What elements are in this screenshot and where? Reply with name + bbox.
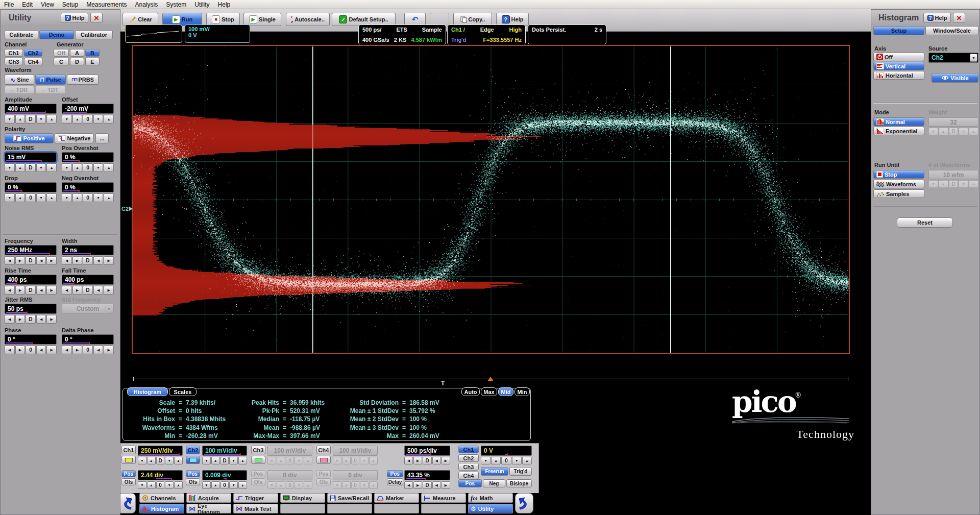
menu-system[interactable]: System: [162, 1, 190, 8]
bottom-tab-channels[interactable]: Channels: [139, 493, 184, 503]
trigger-level-value[interactable]: 0 V: [481, 446, 532, 456]
spinner-arrow-button[interactable]: ▲: [15, 163, 26, 172]
spinner-arrow-button[interactable]: ▲: [174, 481, 183, 489]
spinner-default-button[interactable]: D: [26, 315, 36, 324]
spinner-arrow-button[interactable]: ▼: [5, 115, 15, 124]
spinner-default-button[interactable]: D: [423, 457, 431, 464]
ch2-color-swatch[interactable]: [186, 456, 200, 464]
fall-time-value[interactable]: 400 ps: [62, 275, 114, 285]
ch4-scale-value[interactable]: 100 mV/div: [333, 446, 378, 456]
ch2-scale-value[interactable]: 100 mV/div: [202, 446, 247, 456]
trigger-trigd-button[interactable]: Trig'd: [509, 467, 532, 476]
spinner-default-button[interactable]: D: [220, 457, 229, 464]
channel-ch3-button[interactable]: Ch3: [5, 58, 23, 65]
generator-off-button[interactable]: Off: [54, 49, 69, 57]
spinner-arrow-button[interactable]: ▼: [93, 115, 104, 124]
spinner-arrow-button[interactable]: ◀: [5, 286, 15, 295]
generator-d-button[interactable]: D: [70, 58, 84, 65]
ch1-scale-value[interactable]: 250 mV/div: [138, 446, 183, 456]
spinner-arrow-button[interactable]: ▼: [202, 481, 211, 489]
spinner-arrow-button[interactable]: ▼: [202, 457, 211, 464]
spinner-arrow-button[interactable]: ▼: [5, 163, 15, 172]
spinner-arrow-button[interactable]: ▶: [104, 286, 114, 295]
weight-value[interactable]: 32: [928, 117, 978, 127]
spinner-default-button[interactable]: 0: [501, 457, 511, 464]
spinner-arrow-button[interactable]: ▲: [46, 193, 57, 202]
spinner-arrow-button[interactable]: ▼: [5, 193, 15, 202]
menu-setup[interactable]: Setup: [58, 1, 82, 8]
noise-rms-value[interactable]: 15 mV: [5, 152, 57, 162]
pos-overshot-value[interactable]: 0 %: [62, 152, 114, 162]
bottom-tab-display[interactable]: Display: [280, 493, 325, 503]
spinner-arrow-button[interactable]: ▼: [229, 457, 238, 464]
spinner-arrow-button[interactable]: ▼: [36, 163, 46, 172]
waveform-tdt-button[interactable]: ⌐ TDT: [35, 86, 66, 94]
spinner-default-button[interactable]: D: [26, 286, 36, 295]
spinner-arrow-button[interactable]: ▼: [93, 163, 104, 172]
menu-utility[interactable]: Utility: [190, 1, 213, 8]
spinner-arrow-button[interactable]: ▶: [46, 315, 57, 324]
trigger-slope-pos-button[interactable]: Pos: [458, 479, 482, 487]
timebase-scale-value[interactable]: 500 ps/div: [404, 446, 450, 456]
tab-setup[interactable]: Setup: [873, 26, 924, 35]
ch4-button[interactable]: Ch4: [316, 446, 331, 454]
spinner-arrow-button[interactable]: ◀: [62, 346, 72, 354]
spinner-arrow-button[interactable]: ◀: [432, 457, 441, 464]
spinner-arrow-button[interactable]: ◀: [93, 346, 104, 354]
spinner-arrow-button[interactable]: ◀: [404, 457, 413, 464]
axis-vertical-button[interactable]: Vertical: [873, 62, 924, 70]
spinner-arrow-button[interactable]: ◀: [36, 346, 46, 354]
ch1-button[interactable]: Ch1: [121, 446, 136, 454]
spinner-arrow-button[interactable]: ▲: [46, 115, 57, 124]
bottom-tab-histogram[interactable]: Histogram: [139, 504, 184, 513]
stats-tab-histogram[interactable]: Histogram: [127, 387, 168, 396]
waveform-sine-button[interactable]: ∿ Sine: [5, 75, 34, 85]
menu-edit[interactable]: Edit: [18, 1, 37, 8]
stats-tab-scales[interactable]: Scales: [169, 387, 197, 396]
spinner-default-button[interactable]: D: [83, 286, 93, 295]
bottom-tab-acquire[interactable]: Acquire: [186, 493, 231, 503]
generator-a-button[interactable]: A: [70, 49, 84, 57]
axis-horizontal-button[interactable]: Horizontal: [873, 71, 924, 80]
ch1-position-value[interactable]: 2.44 div: [138, 470, 183, 480]
neg-overshot-value[interactable]: 0 %: [62, 182, 114, 192]
spinner-arrow-button[interactable]: ▼: [62, 115, 72, 124]
spinner-arrow-button[interactable]: ▼: [165, 457, 174, 464]
spinner-arrow-button[interactable]: ▲: [147, 481, 156, 489]
waveform-tdr-button[interactable]: ⌐ TDR: [5, 86, 34, 94]
spinner-arrow-button[interactable]: ▲: [104, 193, 114, 202]
mode-normal-button[interactable]: Normal: [873, 117, 924, 126]
ch2-button[interactable]: Ch2: [186, 446, 200, 454]
width-value[interactable]: 2 ns: [62, 245, 114, 255]
spinner-arrow-button[interactable]: ▶: [104, 346, 114, 354]
source-select[interactable]: Ch2 ▼: [928, 53, 978, 63]
stats-range-mid[interactable]: Mid: [498, 387, 513, 396]
spinner-arrow-button[interactable]: ▲: [72, 115, 83, 124]
bottom-tab-eye-diagram[interactable]: ⋈ Eye Diagram: [186, 504, 231, 513]
phase-value[interactable]: 0 °: [5, 334, 57, 345]
spinner-default-button[interactable]: 0: [83, 115, 93, 124]
spinner-arrow-button[interactable]: ◀: [404, 481, 413, 489]
scope-graticule[interactable]: [120, 9, 871, 402]
spinner-arrow-button[interactable]: ▲: [491, 457, 501, 464]
spinner-arrow-button[interactable]: ▲: [46, 163, 57, 172]
ch3-pos-button[interactable]: Pos: [251, 470, 265, 477]
spinner-default-button[interactable]: D: [83, 256, 93, 265]
spinner-arrow-button[interactable]: ▼: [512, 457, 522, 464]
spinner-arrow-button[interactable]: ◀: [5, 315, 15, 324]
polarity-negative-button[interactable]: Negative: [55, 133, 93, 143]
jitter-rms-value[interactable]: 50 ps: [5, 304, 57, 314]
spinner-arrow-button[interactable]: ▶: [442, 457, 450, 464]
spinner-default-button[interactable]: D: [156, 457, 165, 464]
spinner-default-button[interactable]: 0: [220, 481, 229, 489]
spinner-arrow-button[interactable]: ▲: [238, 457, 247, 464]
bottom-tab-measure[interactable]: Measure: [421, 493, 466, 503]
generator-e-button[interactable]: E: [85, 58, 100, 65]
spinner-arrow-button[interactable]: ◀: [36, 286, 46, 295]
timebase-position-value[interactable]: 43.35 %: [404, 470, 450, 480]
num-waveforms-value[interactable]: 10 wfm: [928, 170, 978, 179]
polarity-more-button[interactable]: ...: [95, 133, 109, 143]
spinner-arrow-button[interactable]: ▼: [36, 193, 46, 202]
channel-ch4-button[interactable]: Ch4: [24, 58, 42, 65]
spinner-default-button[interactable]: 0: [26, 346, 36, 354]
